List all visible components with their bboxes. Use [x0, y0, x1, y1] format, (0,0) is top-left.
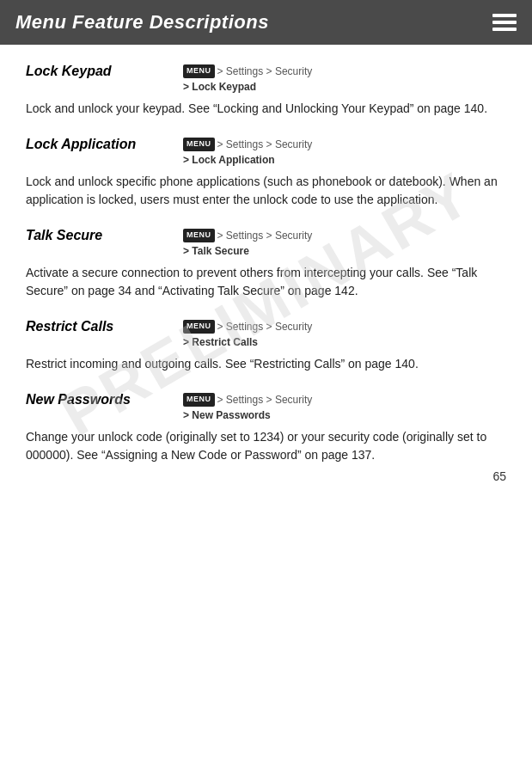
menu-row2-lock-keypad: > Lock Keypad	[183, 79, 256, 95]
page-header: Menu Feature Descriptions	[0, 0, 532, 45]
menu-path-restrict-calls: MENU > Settings > Security > Restrict Ca…	[183, 319, 312, 350]
main-content: PRELIMINARY Lock Keypad MENU > Settings …	[0, 45, 532, 500]
section-body-lock-application: Lock and unlock specific phone applicati…	[26, 173, 506, 209]
section-new-passwords: New Passwords MENU > Settings > Security…	[26, 392, 506, 464]
section-title-lock-keypad: Lock Keypad	[26, 64, 176, 79]
menu-icon-new-passwords: MENU	[183, 393, 215, 407]
section-lock-keypad: Lock Keypad MENU > Settings > Security >…	[26, 64, 506, 118]
menu-row1-lock-application: MENU > Settings > Security	[183, 137, 312, 152]
menu-row2-restrict-calls: > Restrict Calls	[183, 334, 258, 350]
menu-path-talk-secure: MENU > Settings > Security > Talk Secure	[183, 228, 312, 259]
menu-path-line1-lock-application: > Settings > Security	[217, 137, 313, 152]
menu-row2-new-passwords: > New Passwords	[183, 408, 271, 423]
section-title-new-passwords: New Passwords	[26, 392, 176, 408]
menu-row2-lock-application: > Lock Application	[183, 152, 275, 168]
menu-row2-talk-secure: > Talk Secure	[183, 243, 249, 259]
menu-row1-new-passwords: MENU > Settings > Security	[183, 392, 312, 408]
menu-icon-talk-secure: MENU	[183, 229, 215, 242]
section-header-lock-application: Lock Application MENU > Settings > Secur…	[26, 137, 506, 168]
menu-row1-lock-keypad: MENU > Settings > Security	[183, 64, 312, 79]
menu-path-new-passwords: MENU > Settings > Security > New Passwor…	[183, 392, 312, 423]
menu-path-lock-application: MENU > Settings > Security > Lock Applic…	[183, 137, 312, 168]
section-header-lock-keypad: Lock Keypad MENU > Settings > Security >…	[26, 64, 506, 95]
menu-line-3	[492, 28, 517, 31]
section-header-restrict-calls: Restrict Calls MENU > Settings > Securit…	[26, 319, 506, 350]
section-lock-application: Lock Application MENU > Settings > Secur…	[26, 137, 506, 209]
section-body-talk-secure: Activate a secure connection to prevent …	[26, 264, 506, 300]
menu-row1-restrict-calls: MENU > Settings > Security	[183, 319, 312, 334]
menu-path-line2-lock-application: > Lock Application	[183, 152, 275, 168]
section-title-restrict-calls: Restrict Calls	[26, 319, 176, 334]
section-title-talk-secure: Talk Secure	[26, 228, 176, 243]
menu-line-2	[492, 21, 517, 24]
menu-path-line1-restrict-calls: > Settings > Security	[217, 319, 313, 334]
menu-icon-restrict-calls: MENU	[183, 320, 215, 334]
menu-path-line1-talk-secure: > Settings > Security	[217, 228, 313, 243]
section-body-lock-keypad: Lock and unlock your keypad. See “Lockin…	[26, 100, 506, 118]
section-restrict-calls: Restrict Calls MENU > Settings > Securit…	[26, 319, 506, 373]
menu-icon-lock-application: MENU	[183, 138, 215, 151]
menu-path-line2-talk-secure: > Talk Secure	[183, 243, 249, 259]
page-number: 65	[492, 469, 506, 483]
section-body-new-passwords: Change your unlock code (originally set …	[26, 428, 506, 464]
menu-path-lock-keypad: MENU > Settings > Security > Lock Keypad	[183, 64, 312, 95]
menu-row1-talk-secure: MENU > Settings > Security	[183, 228, 312, 243]
page-title: Menu Feature Descriptions	[15, 11, 269, 34]
section-header-talk-secure: Talk Secure MENU > Settings > Security >…	[26, 228, 506, 259]
menu-lines-icon	[492, 14, 517, 31]
section-body-restrict-calls: Restrict incoming and outgoing calls. Se…	[26, 355, 506, 373]
menu-path-line1-lock-keypad: > Settings > Security	[217, 64, 313, 79]
menu-path-line2-lock-keypad: > Lock Keypad	[183, 79, 256, 95]
menu-icon-lock-keypad: MENU	[183, 64, 215, 78]
menu-line-1	[492, 14, 517, 17]
menu-path-line1-new-passwords: > Settings > Security	[217, 392, 313, 408]
menu-path-line2-new-passwords: > New Passwords	[183, 408, 271, 423]
section-header-new-passwords: New Passwords MENU > Settings > Security…	[26, 392, 506, 423]
sections-container: Lock Keypad MENU > Settings > Security >…	[26, 64, 506, 464]
section-title-lock-application: Lock Application	[26, 137, 176, 152]
menu-path-line2-restrict-calls: > Restrict Calls	[183, 334, 258, 350]
section-talk-secure: Talk Secure MENU > Settings > Security >…	[26, 228, 506, 300]
